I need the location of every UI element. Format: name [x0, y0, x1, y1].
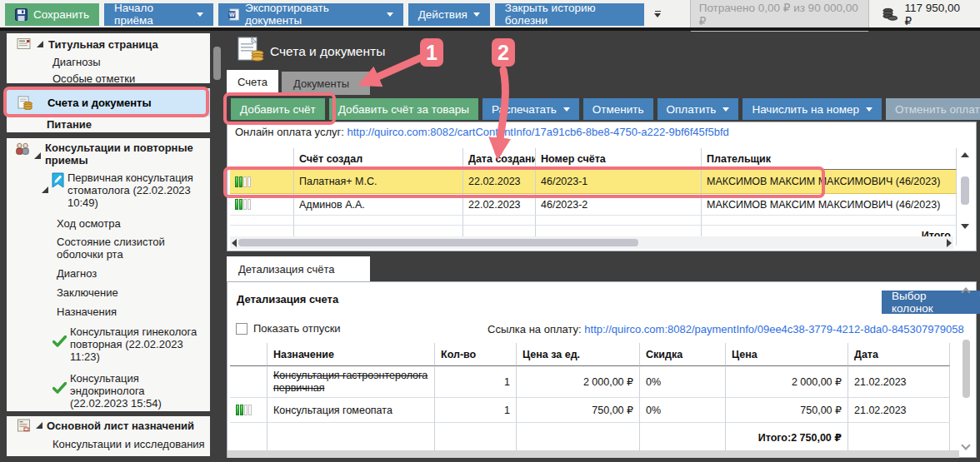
sidebar-item-label: Особые отметки: [52, 72, 135, 85]
table-row-cell[interactable]: 22.02.2023: [463, 170, 536, 194]
table-row-cell[interactable]: 21.02.2023: [848, 366, 950, 398]
actions-button[interactable]: Действия: [408, 3, 490, 26]
payment-link-line: Ссылка на оплату: http://quirco.com:8082…: [488, 323, 964, 335]
table-row-cell[interactable]: 750,00 ₽: [517, 398, 640, 423]
tab-invoices[interactable]: Счета: [227, 70, 278, 93]
column-header: Скидка: [640, 343, 726, 366]
scroll-right-icon[interactable]: [947, 239, 952, 247]
vertical-scrollbar-thumb[interactable]: [961, 176, 969, 205]
table-row-cell[interactable]: 46/2023-1: [536, 170, 702, 194]
table-row-cell[interactable]: МАКСИМОВ МАКСИМ МАКСИМОВИЧ (46/2023): [702, 170, 957, 194]
pay-button[interactable]: Оплатить: [658, 98, 739, 120]
scroll-down-icon[interactable]: [961, 224, 969, 229]
table-row-cell[interactable]: МАКСИМОВ МАКСИМ МАКСИМОВИЧ (46/2023): [702, 194, 957, 216]
sidebar-item-invoices-documents-selected[interactable]: Счета и документы: [7, 88, 210, 117]
invoice-document-icon: [18, 96, 33, 110]
payment-link[interactable]: http://quirco.com:8082/paymentInfo/09ee4…: [584, 323, 963, 335]
show-vacations-checkbox[interactable]: [236, 323, 248, 335]
expander-icon[interactable]: [42, 186, 48, 193]
empty-cell: [848, 423, 950, 451]
vertical-scrollbar-thumb[interactable]: [962, 340, 970, 398]
table-row-cell[interactable]: 22.02.2023: [463, 194, 536, 216]
sidebar-scrollbar-thumb[interactable]: [213, 47, 221, 80]
people-icon: [15, 142, 30, 156]
table-row-cell[interactable]: [230, 398, 268, 423]
table-row-cell[interactable]: 0%: [640, 398, 726, 423]
invoices-table: Счёт создал Дата создани Номер счёта Пла…: [230, 148, 957, 246]
sidebar-item-label: Титульная страница: [48, 38, 158, 51]
table-row-cell[interactable]: [230, 194, 294, 216]
sidebar-item-label: Консультации и повторные приемы: [45, 141, 195, 166]
add-goods-invoice-button[interactable]: Добавить счёт за товары: [329, 98, 478, 120]
sidebar-item-mucosa[interactable]: Состояние слизистой оболочки рта: [7, 236, 210, 261]
invoices-horizontal-scrollbar[interactable]: [230, 236, 953, 249]
save-button[interactable]: Сохранить: [5, 3, 99, 26]
table-row-cell[interactable]: 750,00 ₽: [726, 398, 848, 423]
sidebar-item-diagnoses[interactable]: Диагнозы: [7, 56, 210, 68]
balance-amount: 117 950,00 ₽: [904, 2, 967, 27]
details-horizontal-scrollbar[interactable]: [228, 450, 959, 458]
table-row-cell[interactable]: 2 000,00 ₽: [517, 366, 640, 398]
sidebar-item-diagnosis[interactable]: Диагноз: [7, 267, 210, 280]
tab-documents[interactable]: Документы: [282, 72, 370, 95]
sidebar-item-exam-course[interactable]: Ход осмотра: [7, 217, 210, 230]
sidebar-item-first-consultation[interactable]: Первичная консультация стоматолога (22.0…: [7, 171, 210, 209]
toolbar-overflow-icon[interactable]: [654, 11, 662, 17]
print-button[interactable]: Распечатать: [482, 98, 579, 120]
sidebar-item-special-marks[interactable]: Особые отметки: [7, 72, 210, 85]
table-row-cell[interactable]: 1: [435, 366, 517, 398]
online-payment-link[interactable]: http://quirco.com:8082/cartContentInfo/1…: [348, 126, 729, 138]
show-vacations-label: Показать отпуски: [253, 322, 341, 335]
start-appointment-button[interactable]: Начало приёма: [104, 3, 213, 26]
sidebar-item-nutrition[interactable]: Питание: [7, 117, 210, 131]
tab-invoice-details[interactable]: Детализация счёта: [227, 256, 370, 281]
table-row-cell[interactable]: 21.02.2023: [848, 398, 950, 423]
sidebar-item-gyn-consultation[interactable]: Консультация гинеколога повторная (22.02…: [7, 325, 210, 363]
expander-icon[interactable]: [37, 41, 43, 47]
table-row-cell[interactable]: 0%: [640, 366, 726, 398]
expander-icon[interactable]: [34, 152, 41, 159]
table-row-cell[interactable]: Консультация гастроэнтеролога первичная: [268, 366, 435, 398]
scroll-up-icon[interactable]: [961, 152, 969, 157]
horizontal-scrollbar-thumb[interactable]: [238, 239, 638, 246]
sidebar-item-main-sheet[interactable]: Основной лист назначений: [7, 419, 210, 432]
annotation-badge-2: 2: [492, 38, 515, 67]
table-row-cell[interactable]: 2 000,00 ₽: [726, 366, 848, 398]
export-documents-button[interactable]: W Экспортировать документы: [218, 3, 403, 26]
sidebar-item-prescriptions[interactable]: Назначения: [7, 306, 210, 318]
caret-down-icon: [387, 12, 393, 17]
table-row-cell[interactable]: [230, 170, 294, 194]
sidebar-item-endo-consultation[interactable]: Консультация эндокринолога (22.02.2023 1…: [7, 372, 210, 410]
cancel-invoice-button[interactable]: Отменить: [583, 98, 653, 120]
table-row-cell[interactable]: Палатная+ М.С.: [294, 170, 463, 194]
table-row-cell[interactable]: 1: [435, 398, 517, 423]
details-total: Итого:2 750,00 ₽: [726, 423, 848, 451]
scroll-up-icon[interactable]: [961, 287, 970, 296]
button-label: Выбор колонок: [892, 290, 970, 315]
invoice-details-table: Назначение Кол-во Цена за ед. Скидка Цен…: [230, 343, 950, 451]
table-row-cell[interactable]: Админов А.А.: [294, 194, 463, 216]
balance-display: 117 950,00 ₽: [874, 2, 975, 27]
button-label: Добавить счёт за товары: [338, 103, 469, 116]
column-header-icon: [230, 148, 294, 170]
sidebar-item-consult-research[interactable]: Консультации и исследования: [7, 438, 210, 450]
add-invoice-button[interactable]: Добавить счёт: [231, 98, 325, 120]
scroll-left-icon[interactable]: [232, 239, 237, 247]
table-row-cell[interactable]: [230, 366, 268, 398]
sidebar-item-title-page[interactable]: Титульная страница: [7, 37, 210, 51]
invoices-vertical-scrollbar[interactable]: [959, 151, 971, 231]
details-vertical-scrollbar[interactable]: [960, 286, 972, 451]
table-row-cell[interactable]: Консультация гомеопата: [268, 398, 435, 423]
sidebar-item-consultations-group[interactable]: Консультации и повторные приемы: [7, 141, 210, 166]
scroll-down-icon[interactable]: [961, 440, 970, 450]
sidebar-item-label: Назначения: [57, 306, 117, 318]
start-appointment-label: Начало приёма: [114, 2, 191, 27]
button-label: Начислить на номер: [752, 103, 859, 116]
table-row-cell[interactable]: 46/2023-2: [536, 194, 702, 216]
charge-to-number-button[interactable]: Начислить на номер: [742, 98, 882, 120]
caret-down-icon: [473, 12, 480, 17]
expander-icon[interactable]: [36, 422, 42, 429]
column-header: Номер счёта: [536, 148, 702, 170]
sidebar-item-conclusion[interactable]: Заключение: [7, 286, 210, 299]
close-history-button[interactable]: Закрыть историю болезни: [495, 3, 644, 26]
